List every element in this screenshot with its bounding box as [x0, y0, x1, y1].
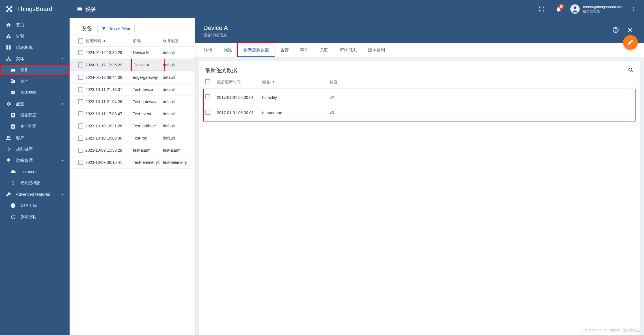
sidebar-item-14[interactable]: 规则链模版: [0, 177, 70, 189]
device-profile: default: [163, 63, 190, 67]
tcol-time[interactable]: 最后更新时间: [217, 80, 262, 85]
chevron-up-icon: [60, 56, 65, 61]
tab-6[interactable]: 审计日志: [334, 43, 362, 57]
telemetry-time: 2017-01-01 08:00:01: [217, 110, 262, 115]
col-created-time[interactable]: 创建时间: [85, 38, 133, 43]
sidebar-item-16[interactable]: OTA 升级: [0, 200, 70, 211]
close-detail-button[interactable]: [624, 24, 636, 36]
device-row[interactable]: 2023-10-11 21:04:26 Test-gateway default: [70, 96, 195, 108]
tab-2[interactable]: 最新遥测数据: [238, 43, 275, 57]
fullscreen-icon: [539, 6, 545, 12]
device-row[interactable]: 2023-10-09 15:33:28 test-alarm test-alar…: [70, 144, 195, 156]
device-time: 2024-01-12 13:36:29: [85, 63, 133, 67]
history-icon: [10, 214, 16, 220]
device-time: 2023-10-10 10:08:36: [85, 136, 133, 140]
edit-fab-button[interactable]: [623, 35, 638, 50]
wrench-icon: [6, 192, 11, 197]
more-menu-button[interactable]: [628, 3, 639, 15]
device-checkbox[interactable]: [78, 111, 83, 116]
telemetry-row[interactable]: 2017-01-01 08:00:01 humidity 82: [205, 90, 634, 105]
telemetry-checkbox[interactable]: [205, 94, 210, 99]
tab-7[interactable]: 版本控制: [362, 43, 391, 57]
account-menu[interactable]: tenant@thingsboard.org 租户管理员: [570, 4, 623, 14]
telemetry-rows-highlighted: 2017-01-01 08:00:01 humidity 82 2017-01-…: [203, 89, 636, 121]
notifications-button[interactable]: 15: [553, 3, 564, 15]
detail-header: Device A 设备详细信息: [195, 18, 644, 43]
device-row[interactable]: 2023-10-10 10:08:36 Test-rpc default: [70, 132, 195, 144]
device-time: 2023-10-09 15:33:28: [85, 148, 133, 153]
select-all-checkbox[interactable]: [78, 38, 83, 43]
device-checkbox[interactable]: [78, 87, 83, 92]
sidebar-item-5[interactable]: 资产: [0, 76, 70, 87]
sidebar-item-label: Instances: [20, 169, 37, 174]
telemetry-body: 最新遥测数据 最后更新时间 键名 数值 2017-01-01 08:00:01: [199, 61, 640, 335]
device-time: 2024-01-12 13:36:29: [85, 50, 133, 55]
help-button[interactable]: [610, 24, 621, 36]
telemetry-select-all-checkbox[interactable]: [205, 79, 210, 84]
device-checkbox[interactable]: [78, 99, 83, 104]
device-checkbox[interactable]: [78, 75, 83, 80]
device-row[interactable]: 2024-01-12 13:36:29 Device B default: [70, 47, 195, 59]
device-row[interactable]: 2023-10-09 08:16:41 Test-telemetry1 test…: [70, 156, 195, 169]
sidebar-item-label: OTA 升级: [20, 203, 37, 208]
watermark: CSDN @IoTHub - 物联网开源技术社区: [581, 328, 640, 333]
telemetry-search-button[interactable]: [628, 67, 634, 74]
sidebar-item-label: 设备: [20, 68, 28, 73]
sidebar-item-2[interactable]: 仪表板库: [0, 42, 70, 53]
telemetry-section-title: 最新遥测数据: [205, 67, 237, 74]
sidebar-item-label: 首页: [16, 22, 24, 28]
telemetry-row[interactable]: 2017-01-01 08:00:01 temperature 43: [205, 105, 634, 120]
sidebar-item-13[interactable]: Instances: [0, 166, 70, 177]
sidebar-item-8[interactable]: 设备配置: [0, 110, 70, 121]
device-filter-button[interactable]: Device Filter: [97, 24, 135, 33]
telemetry-key: humidity: [262, 95, 329, 100]
device-row[interactable]: 2024-01-12 09:44:09 edge-gateway default: [70, 71, 195, 84]
device-row[interactable]: 2023-10-11 21:13:07 Test-device default: [70, 84, 195, 96]
sidebar-item-11[interactable]: 规则链库: [0, 143, 70, 155]
sidebar-item-label: 资产配置: [20, 124, 36, 129]
tab-3[interactable]: 告警: [275, 43, 294, 57]
sidebar-item-6[interactable]: 实体视图: [0, 87, 70, 98]
col-name[interactable]: 名称: [133, 38, 163, 43]
fullscreen-button[interactable]: [536, 3, 547, 15]
device-time: 2023-10-11 21:04:26: [85, 99, 133, 104]
sidebar-item-label: 实体视图: [20, 90, 36, 95]
device-row[interactable]: 2023-10-11 17:03:47 Test-event default: [70, 108, 195, 120]
detail-tabs: 详情属性最新遥测数据告警事件关联审计日志版本控制: [195, 43, 644, 57]
pencil-icon: [627, 39, 634, 46]
device-profile: test-alarm: [163, 148, 190, 153]
device-checkbox[interactable]: [78, 160, 83, 165]
brand-logo[interactable]: ThingsBoard: [5, 4, 70, 14]
device-row[interactable]: 2023-10-10 16:31:26 Test-attribute defau…: [70, 120, 195, 132]
chevron-up-icon: [60, 158, 65, 163]
col-profile[interactable]: 设备配置: [163, 38, 190, 43]
device-checkbox[interactable]: [78, 62, 83, 68]
device-profile: default: [163, 87, 190, 92]
domain-icon: [10, 79, 16, 84]
device-time: 2024-01-12 09:44:09: [85, 75, 133, 80]
sidebar-item-12[interactable]: 边缘管理: [0, 155, 70, 166]
sidebar-item-7[interactable]: 配置: [0, 98, 70, 110]
sidebar-item-3[interactable]: 实体: [0, 53, 70, 64]
device-row[interactable]: 2024-01-12 13:36:29 Device A default: [70, 59, 195, 71]
telemetry-checkbox[interactable]: [205, 110, 210, 115]
tab-1[interactable]: 属性: [218, 43, 238, 57]
device-checkbox[interactable]: [78, 123, 83, 129]
sidebar-item-10[interactable]: 客户: [0, 132, 70, 143]
sidebar-item-9[interactable]: 资产配置: [0, 121, 70, 132]
entities-icon: [6, 56, 11, 62]
tcol-key[interactable]: 键名: [262, 80, 329, 85]
sidebar-item-4[interactable]: 设备: [0, 64, 70, 76]
tab-5[interactable]: 关联: [314, 43, 334, 57]
tab-4[interactable]: 事件: [294, 43, 314, 57]
sidebar-item-1[interactable]: 告警: [0, 31, 70, 42]
device-detail-panel: Device A 设备详细信息 详情属性最新遥测数据告警事件关联审计日志版本控制…: [195, 18, 644, 335]
sidebar-item-0[interactable]: 首页: [0, 19, 70, 31]
device-checkbox[interactable]: [78, 136, 83, 141]
tcol-value[interactable]: 数值: [329, 80, 634, 85]
tab-0[interactable]: 详情: [198, 43, 218, 57]
sidebar-item-15[interactable]: Advanced features: [0, 189, 70, 200]
device-checkbox[interactable]: [78, 148, 83, 153]
device-checkbox[interactable]: [78, 50, 83, 55]
sidebar-item-17[interactable]: 版本控制: [0, 211, 70, 223]
